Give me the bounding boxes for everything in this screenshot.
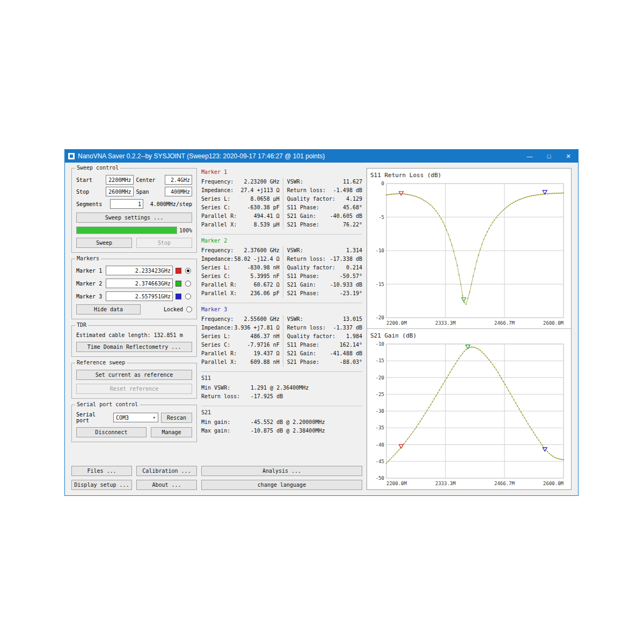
marker-2-row: Marker 2 [76, 279, 192, 288]
field-label: S21 Phase: [287, 358, 319, 367]
set-reference-button[interactable]: Set current as reference [76, 370, 192, 380]
field-label: S11 Phase: [287, 341, 319, 349]
field-value: 0.214 [346, 264, 362, 272]
field-label: Return loss: [287, 324, 326, 332]
start-input[interactable] [106, 175, 134, 185]
field-value: 494.41 Ω [254, 212, 280, 221]
field-value: -830.98 nH [247, 264, 280, 272]
marker-section-title: Marker 1 [201, 169, 362, 175]
field-label: Quality factor: [287, 195, 335, 203]
cable-length-text: Estimated cable length: 132.851 m [76, 332, 192, 338]
sweep-button[interactable]: Sweep [76, 238, 132, 248]
marker-2-label: Marker 2 [76, 281, 103, 287]
field-value: -1.337 dB [333, 324, 362, 332]
titlebar[interactable]: NanoVNA Saver 0.2.2--by SYSJOINT (Sweep1… [65, 150, 578, 163]
field-label: Frequency: [201, 178, 233, 186]
field-label: S11 Phase: [287, 272, 319, 281]
field-row: Frequency:2.23200 GHz [201, 178, 280, 186]
stop-input[interactable] [106, 187, 134, 196]
marker-1-frequency-input[interactable] [106, 266, 173, 275]
disconnect-button[interactable]: Disconnect [76, 427, 147, 437]
field-row: Quality factor:4.129 [287, 195, 362, 203]
field-row: Quality factor:1.984 [287, 332, 362, 341]
stop-button: Stop [136, 238, 192, 248]
files-button[interactable]: Files ... [71, 466, 132, 476]
progress-percent-label: 100% [179, 228, 192, 233]
field-row: Return loss:-17.338 dB [287, 255, 362, 264]
calibration-button[interactable]: Calibration ... [136, 466, 197, 476]
close-button[interactable]: ✕ [559, 150, 578, 163]
maximize-button[interactable]: □ [539, 150, 559, 163]
field-value: -23.19° [340, 289, 362, 298]
field-label: Parallel R: [201, 349, 237, 358]
s11-return-loss-chart[interactable]: S11 Return Loss (dB)2200.0M2333.3M2466.7… [368, 170, 570, 327]
manage-button[interactable]: Manage [151, 427, 192, 437]
field-label: Series C: [201, 203, 230, 212]
about-button[interactable]: About ... [136, 480, 197, 490]
field-row: Series L:486.37 nH [201, 332, 280, 341]
s21-gain-chart[interactable]: S21 Gain (dB)2200.0M2333.3M2466.7M2600.0… [368, 330, 570, 488]
svg-text:-25: -25 [376, 392, 384, 397]
marker-1-color-swatch[interactable] [175, 268, 181, 274]
marker-1-label: Marker 1 [76, 268, 103, 274]
tdr-button[interactable]: Time Domain Reflectometry ... [76, 342, 192, 352]
serial-port-select[interactable]: COM3 ▾ [113, 413, 158, 422]
field-label: Impedance: [201, 255, 233, 264]
sweep-settings-button[interactable]: Sweep settings ... [76, 213, 192, 223]
field-label: Series C: [201, 341, 230, 349]
marker-fields-left: Frequency:2.55600 GHzImpedance:3.936 +j7… [201, 315, 283, 367]
field-row: Series C:5.3995 nF [201, 272, 280, 281]
marker-fields-right: VSWR:11.627Return loss:-1.498 dBQuality … [283, 178, 362, 229]
rescan-button[interactable]: Rescan [161, 413, 192, 423]
field-label: Frequency: [201, 315, 233, 324]
field-label: Return loss: [287, 255, 326, 264]
field-value: 3.936 +j7.81 Ω [235, 324, 280, 332]
marker-fields-right: VSWR:13.015Return loss:-1.337 dBQuality … [283, 315, 362, 367]
serial-port-group: Serial port control Serial port COM3 ▾ R… [71, 405, 197, 442]
field-row: VSWR:1.314 [287, 246, 362, 255]
marker-1-radio[interactable] [185, 268, 191, 274]
locked-checkbox[interactable] [186, 306, 192, 312]
marker-2-radio[interactable] [185, 281, 191, 287]
field-row: Series L:-830.98 nH [201, 264, 280, 272]
analysis-button[interactable]: Analysis ... [201, 466, 362, 476]
field-row: Parallel X:236.06 pF [201, 289, 280, 298]
field-value: 8.539 µH [254, 221, 280, 229]
center-input[interactable] [165, 175, 193, 185]
s11-summary: S11 Min VSWR: 1.291 @ 2.36400MHz Return … [201, 371, 362, 406]
s11-return-loss-chart-box: S11 Return Loss (dB)2200.0M2333.3M2466.7… [367, 169, 571, 329]
display-setup-button[interactable]: Display setup ... [71, 480, 132, 490]
segments-input[interactable] [110, 199, 143, 209]
marker-3-radio[interactable] [185, 294, 191, 299]
field-row: S11 Phase:-50.57° [287, 272, 362, 281]
svg-text:-5: -5 [378, 215, 384, 220]
app-window: NanoVNA Saver 0.2.2--by SYSJOINT (Sweep1… [64, 149, 579, 496]
svg-text:-10: -10 [376, 341, 384, 347]
svg-text:-45: -45 [376, 459, 384, 464]
marker-3-frequency-input[interactable] [106, 291, 173, 301]
hide-data-button[interactable]: Hide data [76, 304, 141, 314]
field-value: 1.984 [346, 332, 362, 341]
minimize-button[interactable]: — [520, 150, 539, 163]
svg-text:2466.7M: 2466.7M [494, 320, 515, 326]
field-row: S21 Phase:-88.03° [287, 358, 362, 367]
field-value: 58.02 -j12.4 Ω [235, 255, 280, 264]
field-value: 2.37600 GHz [244, 246, 280, 255]
span-input[interactable] [165, 187, 193, 196]
field-value: -7.9716 nF [247, 341, 280, 349]
field-value: -10.933 dB [330, 281, 362, 289]
charts-panel: S11 Return Loss (dB)2200.0M2333.3M2466.7… [367, 168, 572, 490]
svg-text:2600.0M: 2600.0M [543, 320, 564, 326]
marker-fields-right: VSWR:1.314Return loss:-17.338 dBQuality … [283, 246, 362, 298]
marker-2-frequency-input[interactable] [106, 279, 173, 288]
marker-3-color-swatch[interactable] [175, 294, 181, 299]
change-language-button[interactable]: change language [201, 480, 362, 490]
svg-text:-20: -20 [376, 375, 384, 380]
window-title: NanoVNA Saver 0.2.2--by SYSJOINT (Sweep1… [78, 152, 325, 160]
reset-reference-button: Reset reference [76, 384, 192, 394]
field-row: VSWR:11.627 [287, 178, 362, 186]
reference-sweep-group: Reference sweep Set current as reference… [71, 363, 197, 399]
marker-2-color-swatch[interactable] [175, 281, 181, 287]
svg-text:-20: -20 [376, 315, 384, 320]
segments-label: Segments [76, 201, 107, 207]
